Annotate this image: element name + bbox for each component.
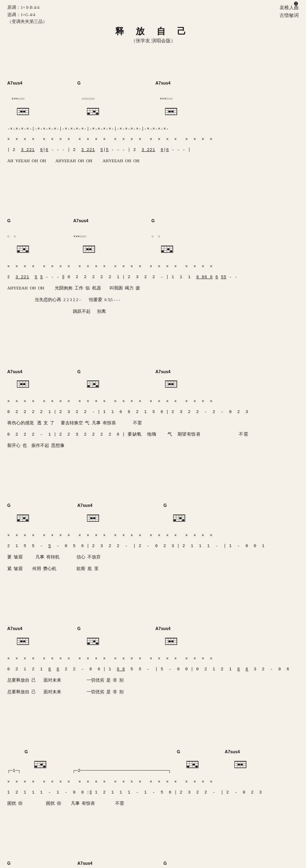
title-section: 原调：1=♭B 4/4 选调：1=G 4/4 （变调夹夹第三品） 释 放 自 己…	[7, 4, 299, 44]
chord-g-8: G	[25, 738, 46, 773]
chord-a7sus4-4: A7sus4	[7, 358, 29, 393]
section4: G A7sus4 G ⊕ × × × × × × × × × × × × × ×…	[7, 484, 299, 577]
chord-g-10: G	[7, 849, 29, 868]
tab-content: A7sus4 ×××○○○ G ○○○○○○ A7sus4 ×××○○○ -×-…	[7, 46, 299, 868]
section7: G A7sus4 G ⊕ × × × × × × × × × × × × × ×…	[7, 843, 299, 868]
chord-a7sus4-5: A7sus4	[155, 358, 177, 393]
lyricist: 古惜敏词	[279, 12, 299, 19]
chord-g-4: G	[77, 358, 99, 393]
page: 原调：1=♭B 4/4 选调：1=G 4/4 （变调夹夹第三品） 释 放 自 己…	[0, 0, 306, 868]
chord-g-11: G	[163, 849, 185, 868]
chord-a7sus4-9: A7sus4	[225, 738, 246, 773]
title-center: 释 放 自 己 （张学友 演唱会版）	[7, 25, 299, 44]
section6: ┌─1─┐ G ┌─2─────────────────────────────…	[7, 731, 299, 812]
chord-a7sus4-1: A7sus4 ×××○○○	[7, 69, 29, 120]
chord-a7sus4-8: A7sus4	[155, 615, 177, 650]
selected-key: 选调：1=G 4/4	[7, 11, 47, 19]
chord-g-9: G	[177, 738, 198, 773]
chord-a7sus4-7: A7sus4	[7, 615, 29, 650]
chord-a7sus4-6: A7sus4	[77, 492, 99, 527]
chord-a7sus4-3: A7sus4 ×××○○○	[73, 207, 95, 258]
chord-a7sus4-10: A7sus4	[77, 849, 99, 868]
chord-g-2: G ○ ○	[7, 207, 29, 258]
chord-g-5: G	[7, 492, 29, 527]
section3: A7sus4 G A7sus4 × × × × × × × × × × × × …	[7, 351, 299, 454]
chord-a7sus4-2: A7sus4 ×××○○○	[155, 69, 177, 120]
section5: A7sus4 G A7sus4 × × × × × × × × × × × × …	[7, 608, 299, 701]
section2: G ○ ○ A7sus4 ×××○○○ G ○ ○ × × × × × × × …	[7, 200, 299, 320]
chord-g-1: G ○○○○○○	[77, 69, 99, 120]
section1: A7sus4 ×××○○○ G ○○○○○○ A7sus4 ×××○○○ -×-…	[7, 62, 299, 169]
main-title: 释 放 自 己	[7, 25, 299, 37]
key-info: 原调：1=♭B 4/4 选调：1=G 4/4 （变调夹夹第三品）	[7, 4, 47, 25]
chord-g-3: G ○ ○	[151, 207, 173, 258]
sub-title: （张学友 演唱会版）	[7, 37, 299, 44]
chord-g-7: G	[77, 615, 99, 650]
original-key: 原调：1=♭B 4/4	[7, 4, 47, 11]
chord-g-6: G	[163, 492, 185, 527]
capo-info: （变调夹夹第三品）	[7, 18, 47, 25]
